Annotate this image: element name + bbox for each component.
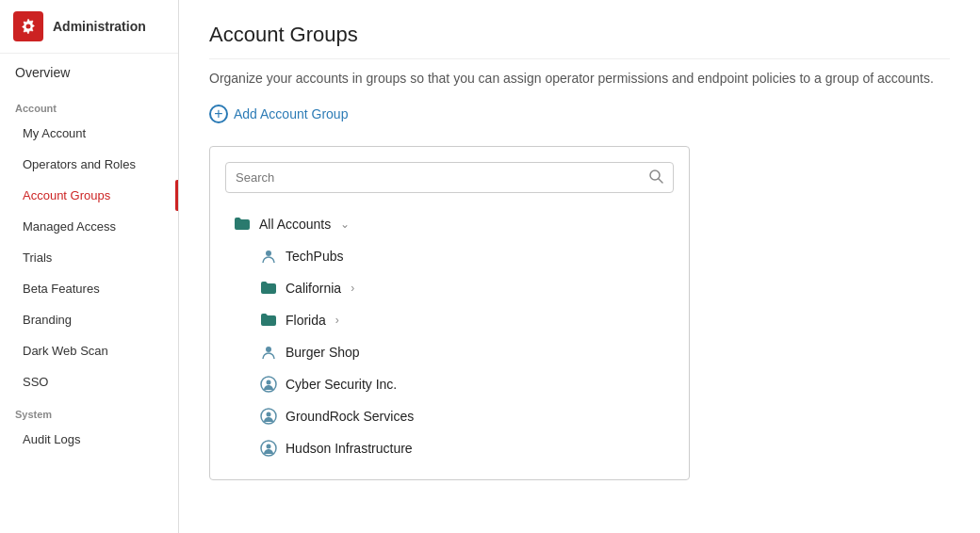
svg-point-4 xyxy=(266,347,271,352)
list-item[interactable]: Florida › xyxy=(252,304,674,336)
sidebar-item-branding[interactable]: Branding xyxy=(0,304,178,335)
sidebar-section-system: System Audit Logs xyxy=(0,397,178,455)
chevron-right-icon: › xyxy=(351,282,354,295)
sidebar-item-overview[interactable]: Overview xyxy=(0,54,178,91)
sidebar-section-label-system: System xyxy=(0,397,178,424)
add-icon: + xyxy=(209,105,228,123)
sidebar-item-sso[interactable]: SSO xyxy=(0,366,178,397)
account-icon xyxy=(259,407,278,426)
sidebar: Administration Overview Account My Accou… xyxy=(0,0,179,533)
account-icon xyxy=(259,375,278,394)
user-icon xyxy=(259,247,278,266)
app-logo-icon xyxy=(13,11,43,41)
sidebar-item-dark-web-scan[interactable]: Dark Web Scan xyxy=(0,335,178,366)
tree-item-label: Cyber Security Inc. xyxy=(286,377,397,392)
list-item[interactable]: GroundRock Services xyxy=(252,400,674,432)
svg-point-6 xyxy=(267,380,271,385)
sidebar-item-my-account[interactable]: My Account xyxy=(0,118,178,149)
sidebar-item-beta-features[interactable]: Beta Features xyxy=(0,273,178,304)
user-icon xyxy=(259,343,278,362)
tree-item-label: California xyxy=(286,281,341,296)
tree-item-label: GroundRock Services xyxy=(286,409,414,424)
account-groups-panel: All Accounts ⌄ TechPubs xyxy=(209,146,690,480)
main-content: Account Groups Organize your accounts in… xyxy=(179,0,980,533)
list-item[interactable]: Hudson Infrastructure xyxy=(252,432,674,464)
sidebar-item-operators-roles[interactable]: Operators and Roles xyxy=(0,149,178,180)
search-bar[interactable] xyxy=(225,162,674,193)
list-item[interactable]: California › xyxy=(252,272,674,304)
tree-item-label: Florida xyxy=(286,313,326,328)
sidebar-item-account-groups[interactable]: Account Groups xyxy=(0,180,178,211)
svg-point-10 xyxy=(267,444,271,449)
list-item[interactable]: TechPubs xyxy=(252,240,674,272)
sidebar-item-managed-access[interactable]: Managed Access xyxy=(0,211,178,242)
tree-item-label: Hudson Infrastructure xyxy=(286,441,413,456)
sidebar-section-label-account: Account xyxy=(0,91,178,118)
search-icon xyxy=(648,169,663,186)
folder-icon xyxy=(259,311,278,330)
list-item[interactable]: Cyber Security Inc. xyxy=(252,368,674,400)
sidebar-item-audit-logs[interactable]: Audit Logs xyxy=(0,424,178,455)
tree-item-label: TechPubs xyxy=(286,249,343,264)
page-title: Account Groups xyxy=(209,23,950,59)
chevron-right-icon: › xyxy=(335,314,339,327)
chevron-down-icon: ⌄ xyxy=(340,218,350,231)
app-title: Administration xyxy=(53,19,146,34)
tree-children: TechPubs California › xyxy=(225,240,674,464)
account-icon xyxy=(259,439,278,458)
tree-item-label: Burger Shop xyxy=(286,345,360,360)
svg-point-3 xyxy=(266,250,271,256)
search-input[interactable] xyxy=(236,170,648,185)
svg-point-8 xyxy=(267,412,271,417)
add-account-group-label: Add Account Group xyxy=(234,106,348,121)
tree-item-all-accounts[interactable]: All Accounts ⌄ TechPubs xyxy=(225,208,674,464)
svg-line-2 xyxy=(659,179,662,183)
folder-icon xyxy=(233,215,252,234)
page-description: Organize your accounts in groups so that… xyxy=(209,71,950,86)
sidebar-item-trials[interactable]: Trials xyxy=(0,242,178,273)
add-account-group-button[interactable]: + Add Account Group xyxy=(209,105,348,123)
svg-point-0 xyxy=(26,24,31,29)
sidebar-section-account: Account My Account Operators and Roles A… xyxy=(0,91,178,397)
all-accounts-label: All Accounts xyxy=(259,217,331,232)
folder-icon xyxy=(259,279,278,298)
sidebar-header: Administration xyxy=(0,0,178,54)
list-item[interactable]: Burger Shop xyxy=(252,336,674,368)
account-tree: All Accounts ⌄ TechPubs xyxy=(225,208,674,464)
